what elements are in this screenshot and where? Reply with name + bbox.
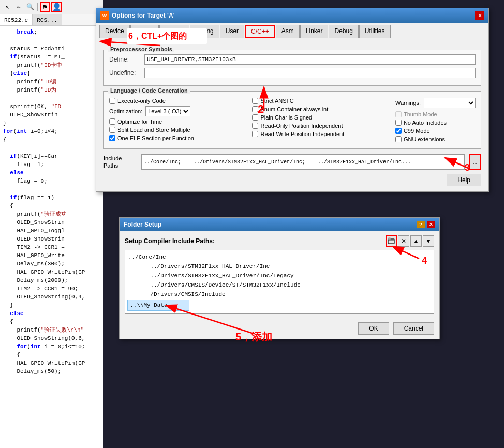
codegen-left: Execute-only Code Optimization: Level 3 … <box>109 98 244 142</box>
folder-title: Folder Setup <box>124 221 161 228</box>
code-line: for(int i = 0;i<=10; <box>3 342 100 351</box>
define-input[interactable] <box>144 54 476 65</box>
editor-toolbar: ↖ ✏ 🔍 ⚑ 👤 <box>0 0 103 14</box>
opt-label: Optimization: <box>109 108 142 114</box>
code-line: { <box>3 351 100 359</box>
list-item: ../Drivers/CMSIS/Device/ST/STM32F1xx/Inc… <box>128 280 431 290</box>
dialog-content: Preprocessor Symbols Define: Undefine: L… <box>96 38 488 191</box>
code-line: HAL_GPIO_Toggl <box>3 227 100 235</box>
check-c99-input[interactable] <box>395 128 402 134</box>
tab-asm[interactable]: Asm <box>276 25 300 38</box>
tab-utilities[interactable]: Utilities <box>359 25 391 38</box>
code-line <box>3 36 100 44</box>
check-opt-time-input[interactable] <box>109 118 115 125</box>
code-line: HAL_GPIO_Write <box>3 251 100 260</box>
folder-header-row: Setup Compiler Include Paths: ✕ ▲ ▼ <box>125 235 434 247</box>
tab-device[interactable]: Device <box>99 25 130 38</box>
folder-content: Setup Compiler Include Paths: ✕ ▲ ▼ ../C… <box>120 231 439 318</box>
warnings-select[interactable] <box>424 98 476 108</box>
close-button[interactable]: ✕ <box>475 11 484 20</box>
code-line: } <box>3 301 100 309</box>
tab-cpp[interactable]: C/C++ <box>245 25 275 38</box>
include-paths-input[interactable] <box>141 154 465 170</box>
list-item: ../Drivers/STM32F1xx_HAL_Driver/Inc/Lega… <box>128 271 431 280</box>
folder-dialog: Folder Setup ? ✕ Setup Compiler Include … <box>119 217 440 339</box>
code-line: TIM2 -> CCR1 = <box>3 243 100 251</box>
check-enum: Enum Container always int <box>252 106 387 112</box>
check-ro-pos-input[interactable] <box>252 123 258 129</box>
check-one-elf-input[interactable] <box>109 135 115 141</box>
include-paths-row: IncludePaths ... <box>103 154 481 170</box>
tab-debug[interactable]: Debug <box>329 25 358 38</box>
code-line <box>3 144 100 152</box>
codegen-middle: Strict ANSI C Enum Container always int … <box>252 98 387 142</box>
code-line: printf("验证成功 <box>3 210 100 218</box>
warnings-row: Warnings: <box>395 98 476 108</box>
code-line: OLED_ShowStrin <box>3 235 100 243</box>
check-enum-input[interactable] <box>252 106 258 112</box>
check-thumb: Thumb Mode <box>395 111 476 117</box>
cancel-button[interactable]: Cancel <box>393 322 434 335</box>
move-up-btn[interactable]: ▲ <box>410 235 422 247</box>
cursor-icon[interactable]: ↖ <box>2 2 12 12</box>
code-line: printf("ID卡中 <box>3 61 100 69</box>
list-item: ../Drivers/STM32F1xx_HAL_Driver/Inc <box>128 262 431 271</box>
optimization-row: Optimization: Level 3 (-O3) <box>109 106 244 116</box>
undefine-row: Undefine: <box>109 68 476 78</box>
dialog-icon: W <box>100 11 109 20</box>
tab-bar: Device Target Output Listing User C/C++ … <box>96 23 488 38</box>
code-line: sprintf(OK, "ID <box>3 102 100 111</box>
code-line <box>3 94 100 102</box>
browse-button[interactable]: ... <box>469 154 481 170</box>
code-line: } <box>3 119 100 127</box>
tab-rcs[interactable]: RCS... <box>33 14 62 25</box>
check-split-load-input[interactable] <box>109 127 115 133</box>
tab-linker[interactable]: Linker <box>300 25 329 38</box>
tab-rc522c[interactable]: RC522.c <box>0 14 33 25</box>
folder-header-label: Setup Compiler Include Paths: <box>125 237 215 245</box>
check-strict-ansi-input[interactable] <box>252 98 258 104</box>
tab-target[interactable]: Target <box>130 25 159 38</box>
code-line: flag =1; <box>3 160 100 169</box>
move-down-btn[interactable]: ▼ <box>423 235 434 247</box>
codegen-title: Language / Code Generation <box>108 87 190 94</box>
editor-tabs: RC522.c RCS... <box>0 14 103 26</box>
pencil-icon[interactable]: ✏ <box>13 2 24 12</box>
code-line: if(KEY[i]==Car <box>3 152 100 160</box>
check-strict-ansi: Strict ANSI C <box>252 98 387 104</box>
check-rw-pos-input[interactable] <box>252 131 258 137</box>
check-opt-time: Optimize for Time <box>109 118 244 125</box>
check-no-auto-input[interactable] <box>395 120 402 126</box>
undefine-input[interactable] <box>144 68 476 78</box>
folder-help-btn[interactable]: ? <box>417 221 425 228</box>
optimization-select[interactable]: Level 3 (-O3) <box>145 106 190 116</box>
zoom-icon[interactable]: 🔍 <box>25 2 35 12</box>
tab-user[interactable]: User <box>220 25 244 38</box>
new-folder-btn[interactable] <box>386 235 397 247</box>
build-icon[interactable]: ⚑ <box>40 2 50 12</box>
debug-icon[interactable]: 👤 <box>51 2 62 12</box>
check-gnu: GNU extensions <box>395 136 476 142</box>
code-line: }else{ <box>3 69 100 78</box>
code-line: printf("ID为 <box>3 86 100 94</box>
code-line <box>3 185 100 193</box>
folder-close-btn[interactable]: ✕ <box>427 221 435 228</box>
code-line: Delay_ms(50); <box>3 367 100 376</box>
ok-button[interactable]: OK <box>358 322 389 335</box>
check-execute-only-input[interactable] <box>109 98 115 104</box>
check-c99: C99 Mode <box>395 128 476 134</box>
list-item-selected[interactable]: ..\\My_Data <box>127 300 189 311</box>
check-one-elf: One ELF Section per Function <box>109 135 244 141</box>
delete-btn[interactable]: ✕ <box>398 235 409 247</box>
codegen-right: Warnings: Thumb Mode No Auto Includes <box>395 98 476 142</box>
check-gnu-input[interactable] <box>395 136 402 142</box>
tab-output[interactable]: Output <box>159 25 189 38</box>
check-execute-only: Execute-only Code <box>109 98 244 104</box>
code-editor: ↖ ✏ 🔍 ⚑ 👤 RC522.c RCS... break; status =… <box>0 0 103 448</box>
tab-listing[interactable]: Listing <box>190 25 219 38</box>
check-plain-char-input[interactable] <box>252 114 258 121</box>
code-line: for(int i=0;i<4; <box>3 127 100 136</box>
help-button[interactable]: Help <box>447 174 481 186</box>
folder-list: ../Core/Inc ../Drivers/STM32F1xx_HAL_Dri… <box>125 250 434 314</box>
code-line: TIM2 -> CCR1 = 90; <box>3 285 100 293</box>
